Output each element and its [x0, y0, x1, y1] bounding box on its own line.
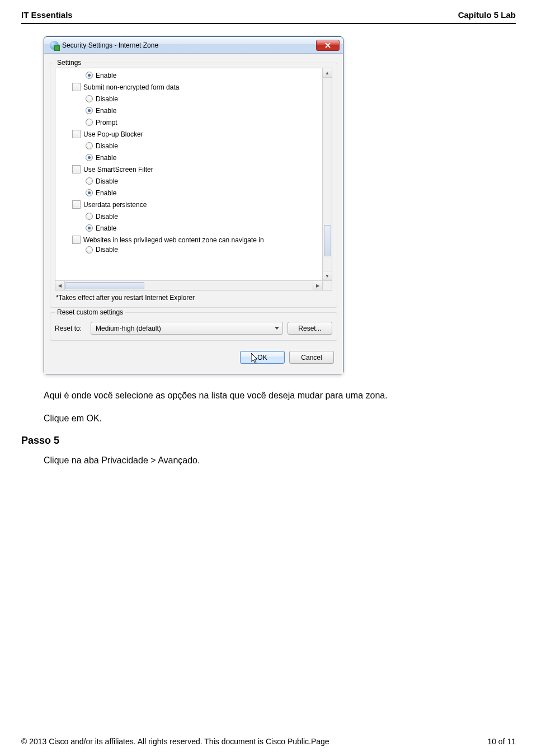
- restart-footnote: *Takes effect after you restart Internet…: [56, 294, 331, 302]
- step-5-title: Passo 5: [21, 435, 516, 447]
- h-scroll-thumb[interactable]: [65, 282, 144, 289]
- row-label: Enable: [96, 107, 116, 115]
- radio-icon: [86, 213, 93, 220]
- doc-header-left: IT Essentials: [21, 10, 73, 20]
- globe-icon: [50, 41, 59, 50]
- close-icon: [325, 43, 331, 48]
- scroll-up-button[interactable]: ▲: [323, 68, 332, 78]
- reset-button[interactable]: Reset...: [288, 322, 332, 335]
- radio-icon: [86, 119, 93, 126]
- row-label: Enable: [96, 72, 116, 79]
- dialog-titlebar[interactable]: Security Settings - Internet Zone: [44, 37, 343, 54]
- reset-to-label: Reset to:: [55, 325, 86, 332]
- reset-groupbox: Reset custom settings Reset to: Medium-h…: [50, 312, 337, 341]
- document-icon: [72, 236, 81, 244]
- radio-icon: [86, 142, 93, 149]
- radio-icon: [86, 189, 93, 196]
- cancel-button[interactable]: Cancel: [289, 351, 334, 364]
- settings-groupbox: Settings Enable Submit non-encrypted for…: [50, 63, 337, 308]
- instruction-paragraph-1: Aqui é onde você selecione as opções na …: [44, 389, 516, 402]
- radio-disable[interactable]: Disable: [55, 246, 322, 253]
- header-rule: [21, 23, 516, 24]
- reset-group-label: Reset custom settings: [55, 308, 125, 316]
- row-label: Disable: [96, 177, 118, 185]
- category-userdata: Userdata persistence: [55, 199, 322, 210]
- radio-disable[interactable]: Disable: [55, 175, 322, 187]
- row-label: Disable: [96, 246, 118, 253]
- radio-disable[interactable]: Disable: [55, 140, 322, 152]
- document-icon: [72, 130, 81, 138]
- step-5-body: Clique na aba Privacidade > Avançado.: [44, 456, 516, 466]
- radio-enable[interactable]: Enable: [55, 69, 322, 81]
- category-submit-form-data: Submit non-encrypted form data: [55, 81, 322, 93]
- radio-enable[interactable]: Enable: [55, 152, 322, 163]
- document-icon: [72, 200, 81, 209]
- vertical-scrollbar[interactable]: ▲ ▼: [322, 68, 332, 280]
- radio-icon: [86, 177, 93, 185]
- row-label: Disable: [96, 213, 118, 220]
- radio-icon: [86, 154, 93, 161]
- radio-icon: [86, 107, 93, 114]
- doc-header-right: Capítulo 5 Lab: [458, 10, 516, 20]
- row-label: Disable: [96, 142, 118, 150]
- scroll-left-button[interactable]: ◀: [55, 281, 65, 290]
- instruction-paragraph-2: Clique em OK.: [44, 412, 516, 425]
- category-popup-blocker: Use Pop-up Blocker: [55, 128, 322, 140]
- radio-enable[interactable]: Enable: [55, 187, 322, 199]
- row-label: Enable: [96, 224, 116, 232]
- row-label: Userdata persistence: [83, 201, 147, 209]
- horizontal-scrollbar[interactable]: ◀ ▶: [55, 280, 322, 290]
- footer-right: 10 of 11: [487, 737, 516, 746]
- settings-listbox[interactable]: Enable Submit non-encrypted form data Di…: [55, 68, 332, 290]
- row-label: Submit non-encrypted form data: [83, 83, 179, 91]
- scroll-right-button[interactable]: ▶: [313, 281, 322, 290]
- reset-level-combo[interactable]: Medium-high (default): [91, 322, 283, 335]
- row-label: Prompt: [96, 119, 117, 126]
- scroll-thumb[interactable]: [324, 225, 331, 256]
- chevron-down-icon: [275, 327, 279, 330]
- close-button[interactable]: [316, 40, 340, 51]
- scroll-corner: [322, 280, 332, 290]
- radio-disable[interactable]: Disable: [55, 210, 322, 222]
- combo-value: Medium-high (default): [96, 325, 161, 332]
- radio-icon: [86, 95, 93, 102]
- category-smartscreen: Use SmartScreen Filter: [55, 163, 322, 175]
- row-label: Use Pop-up Blocker: [83, 130, 143, 138]
- row-label: Enable: [96, 154, 116, 162]
- radio-icon: [86, 72, 93, 79]
- radio-icon: [86, 224, 93, 232]
- row-label: Websites in less privileged web content …: [83, 236, 264, 244]
- security-settings-dialog: Security Settings - Internet Zone Settin…: [44, 36, 343, 374]
- radio-enable[interactable]: Enable: [55, 105, 322, 116]
- radio-enable[interactable]: Enable: [55, 222, 322, 234]
- settings-group-label: Settings: [55, 59, 83, 67]
- scroll-down-button[interactable]: ▼: [323, 271, 332, 280]
- radio-prompt[interactable]: Prompt: [55, 116, 322, 128]
- category-websites-navigate: Websites in less privileged web content …: [55, 234, 322, 246]
- document-icon: [72, 83, 81, 91]
- radio-icon: [86, 246, 93, 253]
- row-label: Disable: [96, 95, 118, 103]
- document-icon: [72, 165, 81, 173]
- dialog-title: Security Settings - Internet Zone: [62, 41, 158, 49]
- ok-button[interactable]: OK: [240, 351, 285, 364]
- row-label: Use SmartScreen Filter: [83, 166, 153, 173]
- footer-left: © 2013 Cisco and/or its affiliates. All …: [21, 737, 329, 746]
- row-label: Enable: [96, 189, 116, 197]
- radio-disable[interactable]: Disable: [55, 93, 322, 105]
